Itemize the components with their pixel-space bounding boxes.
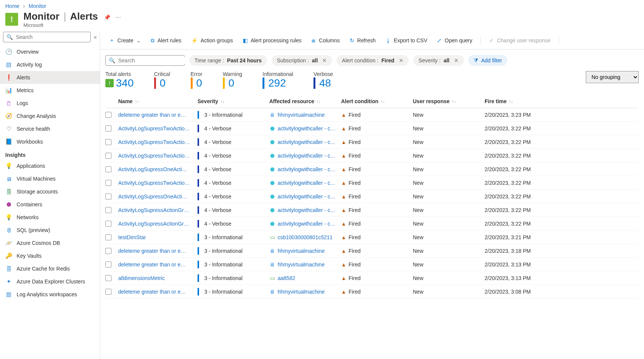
row-checkbox[interactable]: [105, 139, 111, 145]
alert-name-link[interactable]: ActivityLogSupressTwoActio…: [118, 180, 190, 186]
resource-link[interactable]: activitylogwithcaller - c…: [278, 193, 335, 200]
alert-name-link[interactable]: ActivityLogSupressTwoActio…: [118, 139, 190, 145]
sidebar-item-log-analytics-workspaces[interactable]: ▥Log Analytics workspaces: [0, 288, 100, 301]
resource-link[interactable]: hhmyvirtualmachine: [278, 112, 325, 118]
close-icon[interactable]: ✕: [454, 57, 459, 63]
collapse-sidebar-icon[interactable]: «: [94, 34, 97, 40]
pin-icon[interactable]: 📌: [104, 14, 110, 20]
table-row[interactable]: ActivityLogSupressOneActi…4 - Verbose⬣ac…: [105, 190, 639, 203]
grouping-select[interactable]: No grouping: [586, 71, 639, 83]
action-groups-button[interactable]: ⚡ Action groups: [187, 35, 237, 46]
row-checkbox[interactable]: [105, 112, 111, 118]
row-checkbox[interactable]: [105, 153, 111, 159]
sidebar-item-azure-data-explorer-clusters[interactable]: ✦Azure Data Explorer Clusters: [0, 275, 100, 288]
table-row[interactable]: ActivityLogSupressOneActi…4 - Verbose⬣ac…: [105, 162, 639, 176]
content-search[interactable]: 🔍: [105, 55, 185, 66]
row-checkbox[interactable]: [105, 193, 111, 200]
table-row[interactable]: deleteme greater than or e…3 - Informati…: [105, 258, 639, 271]
filter-time-range[interactable]: Time range : Past 24 hours: [189, 55, 267, 66]
table-row[interactable]: testDimStar3 - Informational▭csb10030000…: [105, 231, 639, 244]
summary-warning[interactable]: Warning 0: [223, 71, 242, 89]
sidebar-item-alerts[interactable]: ❗Alerts: [0, 71, 100, 84]
alert-rules-button[interactable]: ⧉ Alert rules: [147, 35, 185, 46]
processing-rules-button[interactable]: ◧ Alert processing rules: [239, 35, 306, 46]
alert-name-link[interactable]: deleteme greater than or e…: [118, 112, 186, 118]
col-condition[interactable]: Alert condition↑↓: [341, 98, 413, 104]
row-checkbox[interactable]: [105, 289, 111, 295]
filter-subscription[interactable]: Subscription : all ✕: [272, 55, 332, 66]
content-search-input[interactable]: [117, 57, 185, 64]
summary-critical[interactable]: Critical 0: [154, 71, 170, 89]
row-checkbox[interactable]: [105, 275, 111, 281]
sidebar-item-virtual-machines[interactable]: 🖥Virtual Machines: [0, 172, 100, 185]
row-checkbox[interactable]: [105, 248, 111, 254]
alert-name-link[interactable]: alldimensionsMetric: [118, 275, 165, 281]
table-row[interactable]: alldimensionsMetric3 - Informational▭aa8…: [105, 271, 639, 285]
row-checkbox[interactable]: [105, 125, 111, 132]
more-icon[interactable]: ⋯: [116, 14, 121, 20]
sidebar-item-containers[interactable]: ⬢Containers: [0, 198, 100, 211]
resource-link[interactable]: activitylogwithcaller - c…: [278, 221, 335, 227]
alert-name-link[interactable]: ActivityLogSupressActionGr…: [118, 207, 189, 213]
close-icon[interactable]: ✕: [322, 57, 327, 63]
sidebar-search[interactable]: 🔍: [3, 32, 91, 42]
col-name[interactable]: Name↑↓: [118, 98, 198, 104]
summary-informational[interactable]: Informational 292: [263, 71, 293, 89]
row-checkbox[interactable]: [105, 180, 111, 186]
sidebar-item-overview[interactable]: 🕑Overview: [0, 45, 100, 58]
columns-button[interactable]: ≣ Columns: [307, 35, 343, 46]
resource-link[interactable]: activitylogwithcaller - c…: [278, 153, 335, 159]
resource-link[interactable]: activitylogwithcaller - c…: [278, 139, 335, 145]
create-button[interactable]: ＋ Create ⌄: [105, 35, 145, 46]
sidebar-item-logs[interactable]: 🗒Logs: [0, 97, 100, 110]
col-severity[interactable]: Severity↑↓: [198, 98, 269, 104]
sidebar-item-service-health[interactable]: ♡Service health: [0, 122, 100, 135]
sidebar-item-azure-cosmos-db[interactable]: 🪐Azure Cosmos DB: [0, 237, 100, 249]
resource-link[interactable]: activitylogwithcaller - c…: [278, 125, 335, 132]
table-row[interactable]: deleteme greater than or e…3 - Informati…: [105, 244, 639, 258]
sidebar-item-metrics[interactable]: 📊Metrics: [0, 84, 100, 97]
breadcrumb-monitor[interactable]: Monitor: [29, 3, 46, 9]
table-row[interactable]: ActivityLogSupressTwoActio…4 - Verbose⬣a…: [105, 149, 639, 162]
close-icon[interactable]: ✕: [399, 57, 403, 63]
col-fire[interactable]: Fire time↑↓: [485, 98, 560, 104]
sidebar-item-workbooks[interactable]: 📘Workbooks: [0, 135, 100, 148]
table-row[interactable]: deleteme greater than or e…3 - Informati…: [105, 285, 639, 299]
sidebar-item-applications[interactable]: 💡Applications: [0, 159, 100, 172]
resource-link[interactable]: activitylogwithcaller - c…: [278, 207, 335, 213]
breadcrumb-home[interactable]: Home: [5, 3, 19, 9]
row-checkbox[interactable]: [105, 234, 111, 240]
alert-name-link[interactable]: ActivityLogSupressActionGr…: [118, 221, 189, 227]
sidebar-item-storage-accounts[interactable]: 🗄Storage accounts: [0, 185, 100, 198]
col-resource[interactable]: Affected resource↑↓: [269, 98, 341, 104]
export-csv-button[interactable]: ⭳ Export to CSV: [382, 35, 431, 46]
resource-link[interactable]: hhmyvirtualmachine: [278, 248, 325, 254]
resource-link[interactable]: hhmyvirtualmachine: [278, 289, 325, 295]
resource-link[interactable]: aa8582: [278, 275, 295, 281]
col-response[interactable]: User response↑↓: [413, 98, 485, 104]
sidebar-item-activity-log[interactable]: ▤Activity log: [0, 58, 100, 71]
add-filter-button[interactable]: ⧩ Add filter: [468, 55, 507, 66]
summary-error[interactable]: Error 0: [191, 71, 202, 89]
sidebar-item-azure-cache-for-redis[interactable]: 🗄Azure Cache for Redis: [0, 262, 100, 275]
summary-verbose[interactable]: Verbose 48: [314, 71, 333, 89]
sidebar-search-input[interactable]: [15, 34, 87, 40]
alert-name-link[interactable]: testDimStar: [118, 234, 146, 240]
table-row[interactable]: deleteme greater than or e…3 - Informati…: [105, 108, 639, 122]
alert-name-link[interactable]: deleteme greater than or e…: [118, 248, 186, 254]
filter-alert-condition[interactable]: Alert condition : Fired ✕: [337, 55, 409, 66]
sidebar-item-networks[interactable]: 💡Networks: [0, 211, 100, 224]
row-checkbox[interactable]: [105, 221, 111, 227]
resource-link[interactable]: csb10030000801c5211: [278, 234, 333, 240]
sidebar-item-key-vaults[interactable]: 🔑Key Vaults: [0, 249, 100, 262]
row-checkbox[interactable]: [105, 166, 111, 172]
resource-link[interactable]: activitylogwithcaller - c…: [278, 166, 335, 172]
sidebar-item-sql-preview-[interactable]: 🛢SQL (preview): [0, 224, 100, 237]
alert-name-link[interactable]: ActivityLogSupressTwoActio…: [118, 125, 190, 132]
alert-name-link[interactable]: deleteme greater than or e…: [118, 262, 186, 268]
open-query-button[interactable]: ⤢ Open query: [433, 35, 476, 46]
resource-link[interactable]: activitylogwithcaller - c…: [278, 180, 335, 186]
row-checkbox[interactable]: [105, 262, 111, 268]
table-row[interactable]: ActivityLogSupressTwoActio…4 - Verbose⬣a…: [105, 176, 639, 190]
alert-name-link[interactable]: deleteme greater than or e…: [118, 289, 186, 295]
